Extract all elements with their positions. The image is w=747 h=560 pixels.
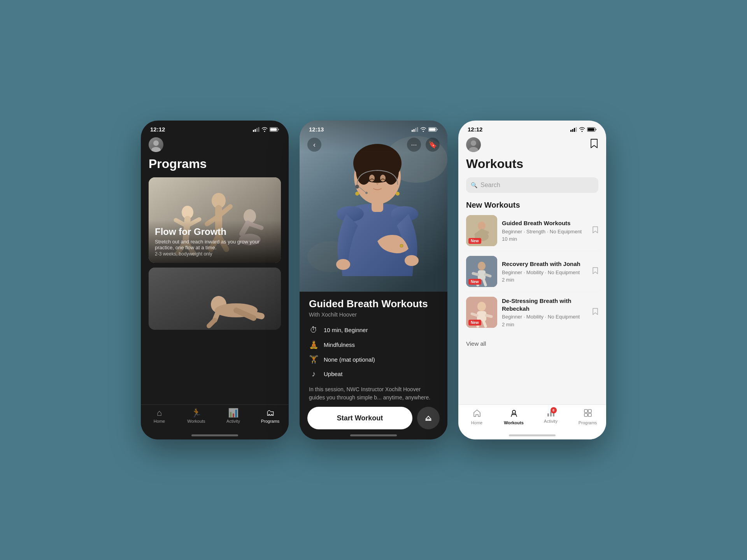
svg-rect-90 bbox=[547, 413, 549, 416]
wifi-icon-1 bbox=[261, 127, 268, 132]
status-time-1: 12:12 bbox=[150, 126, 165, 133]
search-bar[interactable]: 🔍 Search bbox=[466, 177, 598, 193]
program-card-floor[interactable] bbox=[149, 268, 281, 330]
yoga-card-title: Flow for Growth bbox=[155, 226, 275, 237]
stat-time-text: 10 min, Beginner bbox=[324, 327, 368, 333]
home-indicator-3 bbox=[509, 434, 556, 436]
svg-line-87 bbox=[511, 413, 512, 416]
svg-rect-52 bbox=[412, 130, 413, 132]
wifi-icon-2 bbox=[420, 127, 426, 132]
stat-type-text: Mindfulness bbox=[324, 341, 355, 348]
workouts-content: Workouts 🔍 Search New Workouts bbox=[458, 134, 606, 350]
svg-point-39 bbox=[369, 175, 375, 182]
page-title-programs: Programs bbox=[149, 157, 281, 177]
programs-icon-3 bbox=[584, 409, 592, 419]
workout-info-2: Recovery Breath with Jonah Beginner · Mo… bbox=[502, 260, 587, 283]
workout-item-1[interactable]: New Guided Breath Workouts Beginner · St… bbox=[466, 215, 598, 251]
airplay-icon bbox=[424, 414, 433, 422]
page-title-workouts: Workouts bbox=[466, 157, 598, 177]
svg-line-76 bbox=[486, 275, 490, 276]
view-all-button[interactable]: View all bbox=[466, 337, 598, 350]
airplay-button[interactable] bbox=[417, 407, 440, 429]
home-icon-3 bbox=[473, 409, 481, 419]
nav-home-label-3: Home bbox=[471, 420, 482, 425]
workout-name-2: Recovery Breath with Jonah bbox=[502, 260, 587, 268]
floor-workout-bg bbox=[149, 268, 281, 330]
svg-line-78 bbox=[484, 280, 486, 285]
nav-activity-label-1: Activity bbox=[226, 419, 240, 424]
workout-thumbnail-3: New bbox=[466, 297, 497, 328]
yoga-card-subtitle: Stretch out and reach inward as you grow… bbox=[155, 239, 275, 250]
svg-point-47 bbox=[355, 192, 359, 196]
svg-point-45 bbox=[405, 255, 419, 266]
bookmark-workout-3[interactable] bbox=[592, 308, 598, 317]
header-bookmark-button[interactable] bbox=[590, 138, 598, 151]
nav-home-1[interactable]: ⌂ Home bbox=[141, 409, 178, 424]
workout-duration-3: 2 min bbox=[502, 322, 587, 327]
nav-programs-3[interactable]: Programs bbox=[569, 409, 606, 425]
svg-rect-53 bbox=[414, 129, 415, 132]
workout-duration-1: 10 min bbox=[502, 236, 587, 242]
nav-programs-label-3: Programs bbox=[579, 420, 597, 425]
nav-workouts-3[interactable]: Workouts bbox=[495, 409, 532, 425]
bookmark-workout-2[interactable] bbox=[592, 267, 598, 276]
nav-programs-1[interactable]: 🗂 Programs bbox=[252, 409, 289, 424]
workout-item-2[interactable]: New Recovery Breath with Jonah Beginner … bbox=[466, 256, 598, 292]
svg-rect-96 bbox=[588, 413, 591, 416]
status-bar-2: 12:13 bbox=[300, 121, 447, 134]
svg-rect-5 bbox=[270, 128, 277, 131]
nav-activity-3[interactable]: 8 Activity bbox=[532, 409, 569, 424]
workout-info-1: Guided Breath Workouts Beginner · Streng… bbox=[502, 219, 587, 242]
svg-rect-95 bbox=[584, 413, 587, 416]
svg-rect-0 bbox=[253, 130, 254, 132]
battery-icon-1 bbox=[270, 127, 279, 132]
avatar-3[interactable] bbox=[466, 137, 481, 152]
phone-workouts-list: 12:12 bbox=[458, 121, 606, 439]
nav-workouts-1[interactable]: 🏃 Workouts bbox=[178, 409, 215, 424]
svg-rect-62 bbox=[576, 127, 577, 132]
nav-workouts-label-3: Workouts bbox=[504, 420, 524, 425]
svg-rect-54 bbox=[415, 128, 416, 132]
svg-rect-57 bbox=[429, 128, 436, 131]
svg-point-86 bbox=[512, 410, 516, 413]
svg-point-80 bbox=[477, 302, 486, 311]
nav-activity-label-3: Activity bbox=[544, 419, 558, 424]
status-bar-1: 12:12 bbox=[141, 121, 289, 134]
avatar[interactable] bbox=[149, 137, 163, 152]
nav-activity-1[interactable]: 📊 Activity bbox=[215, 409, 252, 424]
nav-home-3[interactable]: Home bbox=[458, 409, 495, 425]
home-icon-1: ⌂ bbox=[157, 409, 162, 417]
start-workout-bar: Start Workout bbox=[307, 407, 440, 429]
start-workout-button[interactable]: Start Workout bbox=[307, 407, 412, 429]
workouts-icon-1: 🏃 bbox=[191, 409, 202, 417]
svg-point-73 bbox=[478, 262, 486, 270]
svg-rect-61 bbox=[574, 128, 575, 132]
svg-rect-3 bbox=[258, 127, 260, 132]
svg-rect-94 bbox=[588, 410, 591, 413]
svg-line-82 bbox=[472, 314, 477, 315]
more-button[interactable]: ··· bbox=[407, 138, 421, 152]
svg-point-51 bbox=[365, 192, 368, 194]
workout-tags-1: Beginner · Strength · No Equipment bbox=[502, 228, 587, 235]
stat-type: 🧘 Mindfulness bbox=[309, 340, 438, 349]
workout-stats: ⏱ 10 min, Beginner 🧘 Mindfulness 🏋 None … bbox=[309, 326, 438, 378]
svg-point-40 bbox=[380, 175, 386, 182]
svg-rect-60 bbox=[572, 129, 573, 132]
hero-nav-bar: ‹ ··· 🔖 bbox=[300, 138, 447, 152]
clock-icon: ⏱ bbox=[309, 326, 318, 334]
svg-line-88 bbox=[516, 413, 517, 416]
back-button[interactable]: ‹ bbox=[307, 138, 321, 152]
activity-icon-wrapper: 8 bbox=[547, 409, 555, 417]
svg-line-75 bbox=[473, 273, 478, 275]
programs-icon-1: 🗂 bbox=[266, 409, 275, 417]
svg-rect-2 bbox=[256, 128, 258, 132]
bookmark-workout-1[interactable] bbox=[592, 226, 598, 236]
mindfulness-icon: 🧘 bbox=[309, 340, 318, 349]
yoga-card-meta: 2-3 weeks, bodyweight only bbox=[155, 251, 275, 257]
bookmark-button-hero[interactable]: 🔖 bbox=[426, 138, 440, 152]
music-icon: ♪ bbox=[309, 369, 318, 378]
program-card-yoga[interactable]: Flow for Growth Stretch out and reach in… bbox=[149, 177, 281, 263]
workout-item-3[interactable]: New De-Stressing Breath with Rebeckah Be… bbox=[466, 297, 598, 332]
workout-thumbnail-2: New bbox=[466, 256, 497, 287]
nav-home-label-1: Home bbox=[154, 419, 165, 424]
